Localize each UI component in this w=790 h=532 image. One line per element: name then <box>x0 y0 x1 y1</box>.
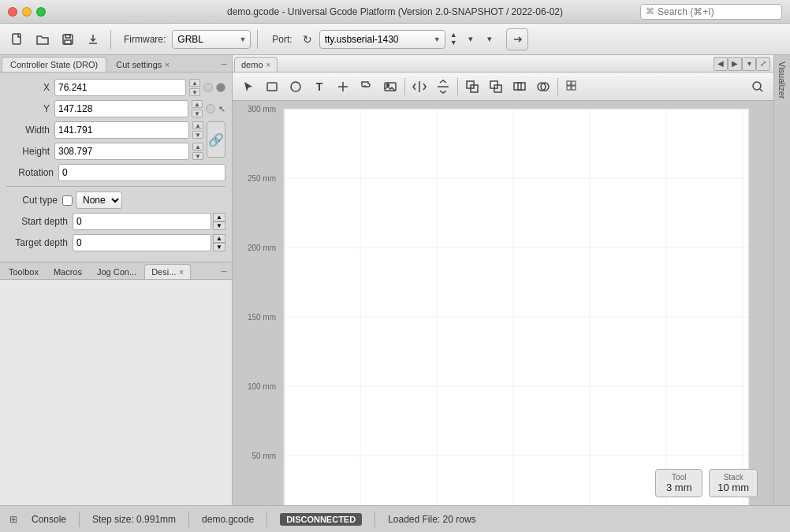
rotation-row: Rotation <box>6 164 225 181</box>
x-spin-up[interactable]: ▲ <box>189 79 200 87</box>
dro-content: X ▲ ▼ Y ▲ ▼ ↖ <box>0 73 232 262</box>
bottom-tab-bar: Toolbox Macros Jog Con... Desi... × ─ <box>0 262 232 280</box>
cut-settings-close[interactable]: × <box>165 61 170 69</box>
height-spin-down[interactable]: ▼ <box>192 152 203 160</box>
search-input[interactable] <box>658 6 777 17</box>
intersect-tool[interactable] <box>509 76 531 98</box>
canvas-nav-next[interactable]: ▶ <box>728 57 742 71</box>
target-depth-down[interactable]: ▼ <box>213 243 225 251</box>
height-spin-up[interactable]: ▲ <box>192 143 203 151</box>
canvas-nav-menu[interactable]: ▾ <box>742 57 756 71</box>
x-indicator <box>203 83 213 92</box>
y-spin-btns: ▲ ▼ <box>192 100 203 117</box>
extra-btn-2[interactable]: ▾ <box>481 31 498 48</box>
start-depth-row: Start depth ▲ ▼ <box>6 213 225 230</box>
tab-macros[interactable]: Macros <box>47 264 89 279</box>
bottom-tab-minimize[interactable]: ─ <box>218 266 230 278</box>
port-down-arrow[interactable]: ▼ <box>450 39 457 47</box>
cross-tool[interactable] <box>332 76 354 98</box>
rotation-input[interactable] <box>58 164 225 181</box>
canvas-nav-btns: ◀ ▶ ▾ ⤢ <box>280 55 773 72</box>
window-title: demo.gcode - Universal Gcode Platform (V… <box>227 6 563 17</box>
save-file-button[interactable] <box>57 28 79 50</box>
width-input[interactable] <box>54 121 189 139</box>
canvas-tab-bar: demo × <box>233 55 280 72</box>
rotation-label: Rotation <box>6 167 54 178</box>
connect-button[interactable] <box>506 28 528 50</box>
rectangle-tool[interactable] <box>261 76 283 98</box>
subtract-tool[interactable] <box>485 76 507 98</box>
file-name: demo.gcode <box>202 514 254 525</box>
close-button[interactable] <box>8 7 17 17</box>
x-row: X ▲ ▼ <box>6 79 225 96</box>
dimensions-inputs: Width ▲ ▼ Height ▲ ▼ <box>6 121 203 164</box>
width-spin-down[interactable]: ▼ <box>192 131 203 139</box>
svg-rect-19 <box>572 86 576 90</box>
x-spin-down[interactable]: ▼ <box>189 88 200 96</box>
y-spin-down[interactable]: ▼ <box>192 110 203 117</box>
open-file-button[interactable] <box>32 28 54 50</box>
canvas-nav-expand[interactable]: ⤢ <box>756 57 770 71</box>
width-spin-up[interactable]: ▲ <box>192 121 203 129</box>
canvas-header: demo × ◀ ▶ ▾ ⤢ <box>233 55 773 73</box>
toolbar-sep-1 <box>110 30 111 49</box>
minimize-button[interactable] <box>22 7 32 17</box>
search-icon: ⌘ <box>646 6 654 17</box>
cut-type-checkbox[interactable] <box>62 195 73 206</box>
start-depth-up[interactable]: ▲ <box>213 213 225 221</box>
extra-btn-1[interactable]: ▾ <box>462 31 479 48</box>
canvas-tab-close[interactable]: × <box>266 61 271 69</box>
visualizer-tab[interactable]: Visualizer <box>773 55 790 505</box>
tab-cut-settings[interactable]: Cut settings × <box>107 57 178 72</box>
main-toolbar: Firmware: GRBL ▼ Port: ↻ tty.usbserial-1… <box>0 24 790 55</box>
cut-type-select[interactable]: None <box>76 192 122 209</box>
circle-tool[interactable] <box>285 76 307 98</box>
start-depth-down[interactable]: ▼ <box>213 221 225 230</box>
tab-jog-controller[interactable]: Jog Con... <box>90 264 143 279</box>
maximize-button[interactable] <box>36 7 46 17</box>
port-select[interactable]: tty.usbserial-1430 <box>319 30 445 49</box>
y-spin-up[interactable]: ▲ <box>192 100 203 108</box>
link-dimensions-button[interactable]: 🔗 <box>207 121 225 158</box>
search-canvas-button[interactable] <box>747 76 769 98</box>
x-input[interactable] <box>54 79 186 96</box>
target-depth-up[interactable]: ▲ <box>213 234 225 243</box>
svg-rect-2 <box>65 35 70 38</box>
grid-tool[interactable] <box>561 76 583 98</box>
probe-button[interactable] <box>82 28 104 50</box>
canvas-tab-demo[interactable]: demo × <box>234 57 278 72</box>
y-input[interactable] <box>54 100 188 117</box>
union-tool[interactable] <box>461 76 483 98</box>
step-size: Step size: 0.991mm <box>92 514 176 525</box>
puzzle-tool[interactable] <box>356 76 378 98</box>
target-depth-row: Target depth ▲ ▼ <box>6 234 225 251</box>
firmware-select[interactable]: GRBL <box>172 30 251 49</box>
left-panel: Controller State (DRO) Cut settings × ─ … <box>0 55 233 505</box>
target-depth-input[interactable] <box>73 234 211 251</box>
tab-controller-state[interactable]: Controller State (DRO) <box>2 57 106 72</box>
new-file-button[interactable] <box>6 28 28 50</box>
flip-h-tool[interactable] <box>408 76 430 98</box>
svg-point-7 <box>387 84 389 86</box>
intersect2-tool[interactable] <box>532 76 554 98</box>
port-refresh-button[interactable]: ↻ <box>299 31 316 48</box>
height-input[interactable] <box>54 143 189 160</box>
bottom-tab-content <box>0 280 232 505</box>
x-indicator-2 <box>216 83 225 92</box>
svg-rect-3 <box>65 40 71 44</box>
search-box[interactable]: ⌘ <box>640 4 782 20</box>
design-tab-close[interactable]: × <box>179 268 184 277</box>
status-div-4 <box>375 512 375 527</box>
start-depth-label: Start depth <box>6 216 68 227</box>
tab-minimize-button[interactable]: ─ <box>218 58 230 71</box>
cursor-tool[interactable] <box>237 76 259 98</box>
tab-toolbox[interactable]: Toolbox <box>2 264 46 279</box>
canvas-nav-prev[interactable]: ◀ <box>714 57 728 71</box>
cursor-icon[interactable]: ↖ <box>218 104 225 114</box>
start-depth-input[interactable] <box>73 213 211 230</box>
width-row: Width ▲ ▼ <box>6 121 203 139</box>
tab-design[interactable]: Desi... × <box>144 264 191 279</box>
flip-v-tool[interactable] <box>432 76 454 98</box>
image-tool[interactable] <box>379 76 401 98</box>
text-tool[interactable]: T <box>308 76 330 98</box>
